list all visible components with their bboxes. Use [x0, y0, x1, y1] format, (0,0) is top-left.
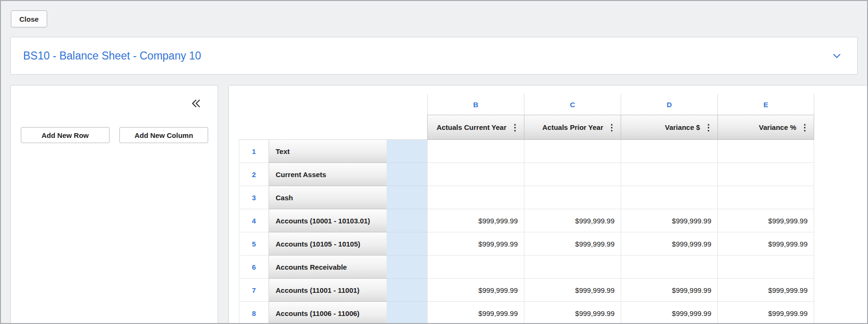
row-label[interactable]: Accounts (11001 - 11001) — [269, 279, 387, 302]
report-grid-panel: B C D E Actuals Current Year ⋮ Actuals P… — [228, 85, 868, 324]
column-letter-e[interactable]: E — [717, 94, 814, 115]
grid-cell[interactable] — [717, 186, 814, 209]
grid-cell[interactable] — [427, 163, 524, 186]
grid-cell[interactable] — [621, 186, 717, 209]
row-number[interactable]: 5 — [239, 232, 269, 256]
row-number[interactable]: 2 — [239, 163, 269, 186]
grid-corner — [239, 94, 427, 115]
grid-cell[interactable]: $999,999.99 — [427, 279, 524, 302]
row-spacer-cell[interactable] — [387, 140, 427, 163]
report-grid: B C D E Actuals Current Year ⋮ Actuals P… — [239, 94, 814, 324]
add-new-row-button[interactable]: Add New Row — [21, 127, 110, 143]
grid-cell[interactable]: $999,999.99 — [427, 209, 524, 232]
grid-cell[interactable] — [621, 256, 717, 279]
grid-cell[interactable] — [427, 186, 524, 209]
report-designer-screen: Close BS10 - Balance Sheet - Company 10 … — [0, 0, 868, 324]
grid-cell[interactable] — [717, 140, 814, 163]
kebab-menu-icon[interactable]: ⋮ — [607, 123, 616, 132]
row-label[interactable]: Current Assets — [269, 163, 387, 186]
row-number[interactable]: 6 — [239, 256, 269, 279]
grid-cell[interactable]: $999,999.99 — [427, 302, 524, 324]
chevron-down-icon[interactable] — [832, 51, 842, 61]
table-row: 5 Accounts (10105 - 10105) $999,999.99 $… — [239, 232, 814, 256]
kebab-menu-icon[interactable]: ⋮ — [801, 123, 809, 132]
kebab-menu-icon[interactable]: ⋮ — [704, 123, 713, 132]
table-row: 8 Accounts (11006 - 11006) $999,999.99 $… — [239, 302, 814, 324]
column-header-label: Variance % — [759, 123, 796, 131]
row-number[interactable]: 3 — [239, 186, 269, 209]
table-row: 3 Cash — [239, 186, 814, 209]
grid-cell[interactable]: $999,999.99 — [427, 232, 524, 256]
grid-cell[interactable]: $999,999.99 — [524, 279, 621, 302]
column-header-label: Actuals Current Year — [437, 123, 506, 131]
grid-cell[interactable]: $999,999.99 — [621, 302, 717, 324]
row-spacer-cell[interactable] — [387, 186, 427, 209]
row-label[interactable]: Accounts (10001 - 10103.01) — [269, 209, 387, 232]
column-header-actuals-current-year[interactable]: Actuals Current Year ⋮ — [427, 115, 524, 140]
grid-cell[interactable] — [524, 163, 621, 186]
table-row: 4 Accounts (10001 - 10103.01) $999,999.9… — [239, 209, 814, 232]
add-new-column-button[interactable]: Add New Column — [119, 127, 208, 143]
column-header-row: Actuals Current Year ⋮ Actuals Prior Yea… — [239, 115, 814, 140]
grid-cell[interactable] — [524, 140, 621, 163]
table-row: 7 Accounts (11001 - 11001) $999,999.99 $… — [239, 279, 814, 302]
grid-cell[interactable]: $999,999.99 — [621, 232, 717, 256]
column-letters-row: B C D E — [239, 94, 814, 115]
table-row: 6 Accounts Receivable — [239, 256, 814, 279]
report-selector[interactable]: BS10 - Balance Sheet - Company 10 — [10, 37, 858, 75]
double-chevron-left-icon — [190, 98, 202, 109]
grid-cell[interactable]: $999,999.99 — [717, 302, 814, 324]
column-header-actuals-prior-year[interactable]: Actuals Prior Year ⋮ — [524, 115, 621, 140]
close-button[interactable]: Close — [11, 10, 47, 27]
grid-cell[interactable] — [717, 256, 814, 279]
column-letter-c[interactable]: C — [524, 94, 621, 115]
row-spacer-cell[interactable] — [387, 209, 427, 232]
grid-cell[interactable] — [524, 256, 621, 279]
kebab-menu-icon[interactable]: ⋮ — [511, 123, 519, 132]
row-spacer-cell[interactable] — [387, 232, 427, 256]
grid-cell[interactable]: $999,999.99 — [621, 279, 717, 302]
grid-cell[interactable] — [427, 140, 524, 163]
report-selector-title: BS10 - Balance Sheet - Company 10 — [23, 50, 201, 62]
row-number[interactable]: 4 — [239, 209, 269, 232]
row-label[interactable]: Accounts (11006 - 11006) — [269, 302, 387, 324]
grid-cell[interactable]: $999,999.99 — [524, 302, 621, 324]
row-spacer-cell[interactable] — [387, 163, 427, 186]
grid-cell[interactable]: $999,999.99 — [524, 232, 621, 256]
column-letter-b[interactable]: B — [427, 94, 524, 115]
grid-cell[interactable] — [717, 163, 814, 186]
collapse-panel-button[interactable] — [190, 98, 202, 111]
row-number[interactable]: 8 — [239, 302, 269, 324]
grid-cell[interactable] — [621, 140, 717, 163]
column-header-label: Actuals Prior Year — [542, 123, 603, 131]
grid-cell[interactable]: $999,999.99 — [524, 209, 621, 232]
row-spacer-cell[interactable] — [387, 279, 427, 302]
table-row: 2 Current Assets — [239, 163, 814, 186]
grid-cell[interactable]: $999,999.99 — [717, 232, 814, 256]
grid-cell[interactable]: $999,999.99 — [621, 209, 717, 232]
column-header-variance-percent[interactable]: Variance % ⋮ — [717, 115, 814, 140]
panel-button-group: Add New Row Add New Column — [21, 127, 208, 143]
row-column-panel: Add New Row Add New Column — [10, 85, 218, 324]
grid-cell[interactable] — [427, 256, 524, 279]
grid-corner — [239, 115, 427, 140]
grid-cell[interactable] — [621, 163, 717, 186]
row-label[interactable]: Text — [269, 140, 387, 163]
grid-cell[interactable] — [524, 186, 621, 209]
row-label[interactable]: Cash — [269, 186, 387, 209]
grid-cell[interactable]: $999,999.99 — [717, 209, 814, 232]
row-spacer-cell[interactable] — [387, 256, 427, 279]
table-row: 1 Text — [239, 140, 814, 163]
row-label[interactable]: Accounts (10105 - 10105) — [269, 232, 387, 256]
grid-cell[interactable]: $999,999.99 — [717, 279, 814, 302]
row-number[interactable]: 7 — [239, 279, 269, 302]
row-spacer-cell[interactable] — [387, 302, 427, 324]
row-number[interactable]: 1 — [239, 140, 269, 163]
column-header-variance-dollar[interactable]: Variance $ ⋮ — [621, 115, 717, 140]
row-label[interactable]: Accounts Receivable — [269, 256, 387, 279]
column-header-label: Variance $ — [665, 123, 700, 131]
column-letter-d[interactable]: D — [621, 94, 717, 115]
